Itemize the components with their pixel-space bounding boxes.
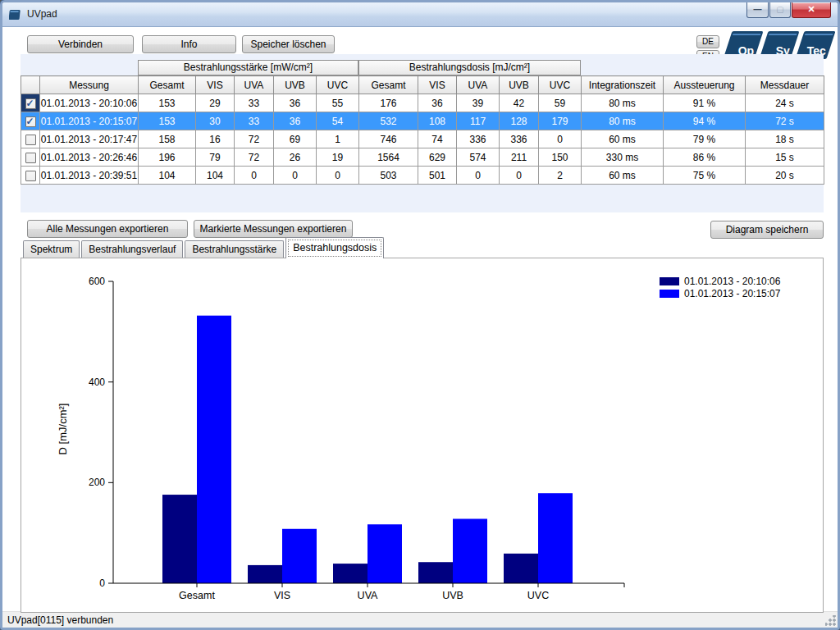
table-cell[interactable]: 72 s: [746, 112, 824, 130]
table-cell[interactable]: 746: [359, 130, 418, 148]
table-cell[interactable]: 24 s: [746, 94, 824, 112]
table-column-header[interactable]: [21, 76, 40, 94]
table-cell[interactable]: 15 s: [746, 148, 824, 167]
table-cell[interactable]: 80 ms: [582, 94, 664, 112]
table-cell[interactable]: 20 s: [746, 167, 824, 185]
table-cell[interactable]: 158: [139, 130, 196, 148]
table-cell[interactable]: 29: [196, 94, 235, 112]
table-column-header[interactable]: VIS: [196, 76, 235, 94]
table-cell[interactable]: 336: [457, 130, 500, 148]
table-cell[interactable]: 1: [317, 130, 359, 148]
table-cell[interactable]: 330 ms: [582, 148, 664, 167]
table-cell[interactable]: 79 %: [664, 130, 746, 148]
table-cell[interactable]: 72: [235, 130, 274, 148]
table-cell[interactable]: 86 %: [664, 148, 746, 167]
table-cell[interactable]: 104: [139, 167, 196, 185]
table-cell[interactable]: 503: [359, 167, 418, 185]
tab-bestrahlungsverlauf[interactable]: Bestrahlungsverlauf: [81, 240, 183, 258]
table-cell[interactable]: 179: [539, 112, 582, 130]
table-column-header[interactable]: UVA: [235, 76, 274, 94]
row-checkbox-cell[interactable]: [21, 130, 40, 148]
table-column-header[interactable]: UVC: [539, 76, 582, 94]
table-column-header[interactable]: Gesamt: [139, 76, 196, 94]
row-checkbox-cell[interactable]: [21, 148, 40, 167]
table-cell[interactable]: 36: [418, 94, 457, 112]
row-checkbox[interactable]: [25, 98, 36, 109]
row-checkbox[interactable]: [25, 153, 36, 163]
table-cell[interactable]: 26: [274, 148, 317, 167]
table-column-header[interactable]: Aussteuerung: [664, 76, 746, 94]
table-cell[interactable]: 80 ms: [582, 112, 664, 130]
clear-memory-button[interactable]: Speicher löschen: [242, 35, 335, 53]
row-checkbox[interactable]: [25, 171, 36, 181]
table-cell[interactable]: 60 ms: [582, 130, 664, 148]
table-cell[interactable]: 108: [418, 112, 457, 130]
table-cell[interactable]: 501: [418, 167, 457, 185]
table-cell[interactable]: 54: [317, 112, 359, 130]
table-cell[interactable]: 196: [139, 148, 196, 167]
table-cell[interactable]: 0: [457, 167, 500, 185]
table-cell[interactable]: 42: [500, 94, 539, 112]
table-cell[interactable]: 18 s: [746, 130, 824, 148]
table-cell[interactable]: 574: [457, 148, 500, 167]
table-cell[interactable]: 629: [418, 148, 457, 167]
table-cell[interactable]: 211: [500, 148, 539, 167]
export-all-button[interactable]: Alle Messungen exportieren: [27, 220, 188, 238]
close-button[interactable]: ✕: [792, 2, 831, 18]
table-row[interactable]: 01.01.2013 - 20:15:071533033365453210811…: [21, 112, 824, 130]
table-cell[interactable]: 0: [500, 167, 539, 185]
table-cell[interactable]: 176: [359, 94, 418, 112]
table-cell[interactable]: 532: [359, 112, 418, 130]
table-cell[interactable]: 72: [235, 148, 274, 167]
table-cell[interactable]: 33: [235, 112, 274, 130]
table-cell[interactable]: 75 %: [664, 167, 746, 185]
table-cell[interactable]: 0: [235, 167, 274, 185]
table-column-header[interactable]: VIS: [418, 76, 457, 94]
minimize-button[interactable]: —: [746, 2, 769, 18]
tab-bestrahlungsst-rke[interactable]: Bestrahlungsstärke: [185, 240, 284, 258]
table-cell[interactable]: 74: [418, 130, 457, 148]
table-cell[interactable]: 16: [196, 130, 235, 148]
table-cell[interactable]: 30: [196, 112, 235, 130]
connect-button[interactable]: Verbinden: [27, 35, 134, 53]
table-cell[interactable]: 01.01.2013 - 20:10:06: [40, 94, 139, 112]
table-row[interactable]: 01.01.2013 - 20:17:471581672691746743363…: [21, 130, 824, 148]
table-cell[interactable]: 19: [317, 148, 359, 167]
table-cell[interactable]: 59: [539, 94, 582, 112]
table-cell[interactable]: 2: [539, 167, 582, 185]
table-row[interactable]: 01.01.2013 - 20:39:511041040005035010026…: [21, 167, 824, 185]
table-cell[interactable]: 39: [457, 94, 500, 112]
table-cell[interactable]: 01.01.2013 - 20:17:47: [40, 130, 139, 148]
table-cell[interactable]: 01.01.2013 - 20:26:46: [40, 148, 139, 167]
table-column-header[interactable]: Messdauer: [746, 76, 824, 94]
table-cell[interactable]: 0: [317, 167, 359, 185]
table-cell[interactable]: 36: [274, 112, 317, 130]
row-checkbox-cell[interactable]: [21, 167, 40, 185]
table-cell[interactable]: 69: [274, 130, 317, 148]
resize-grip-icon[interactable]: [825, 615, 836, 626]
row-checkbox-cell[interactable]: [21, 112, 40, 130]
table-cell[interactable]: 153: [139, 94, 196, 112]
table-cell[interactable]: 94 %: [664, 112, 746, 130]
table-column-header[interactable]: Integrationszeit: [582, 76, 664, 94]
table-cell[interactable]: 01.01.2013 - 20:15:07: [40, 112, 139, 130]
table-cell[interactable]: 117: [457, 112, 500, 130]
tab-bestrahlungsdosis[interactable]: Bestrahlungsdosis: [285, 237, 384, 258]
save-diagram-button[interactable]: Diagram speichern: [710, 221, 824, 239]
info-button[interactable]: Info: [142, 35, 236, 53]
maximize-button[interactable]: ▢: [769, 2, 791, 18]
table-column-header[interactable]: UVB: [274, 76, 317, 94]
table-row[interactable]: 01.01.2013 - 20:10:061532933365517636394…: [21, 94, 824, 112]
table-cell[interactable]: 150: [539, 148, 582, 167]
row-checkbox[interactable]: [25, 135, 36, 145]
row-checkbox[interactable]: [25, 116, 36, 127]
table-column-header[interactable]: UVA: [457, 76, 500, 94]
table-cell[interactable]: 79: [196, 148, 235, 167]
table-cell[interactable]: 153: [139, 112, 196, 130]
table-cell[interactable]: 33: [235, 94, 274, 112]
table-cell[interactable]: 0: [539, 130, 582, 148]
table-column-header[interactable]: Messung: [40, 76, 139, 94]
table-cell[interactable]: 55: [317, 94, 359, 112]
tab-spektrum[interactable]: Spektrum: [23, 240, 80, 258]
table-column-header[interactable]: UVC: [317, 76, 359, 94]
